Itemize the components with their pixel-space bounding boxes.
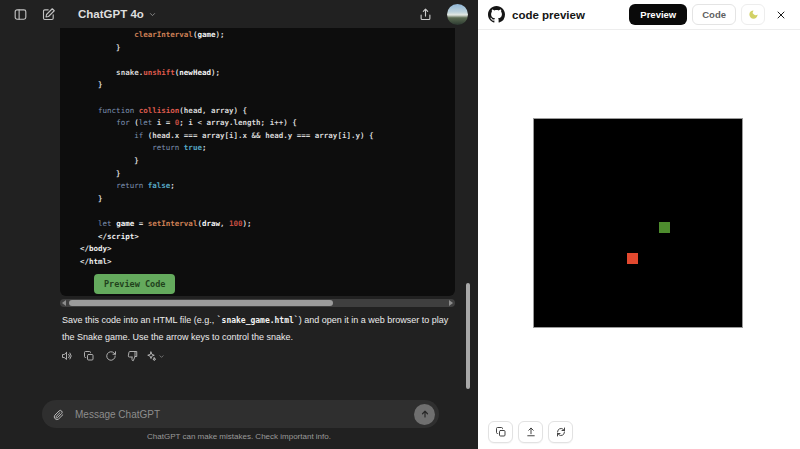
code-line: clearInterval(game); [80, 29, 455, 42]
code-horizontal-scrollbar[interactable] [60, 299, 455, 307]
copy-button[interactable] [80, 347, 98, 365]
code-line [80, 205, 455, 218]
copy-button[interactable] [488, 421, 513, 443]
thumbs-down-icon [127, 350, 139, 362]
preview-header: code preview Preview Code [478, 0, 800, 30]
code-line: } [80, 42, 455, 55]
model-selector[interactable]: ChatGPT 4o [72, 7, 163, 21]
code-line: return false; [80, 180, 455, 193]
tab-preview[interactable]: Preview [629, 4, 687, 25]
model-label: ChatGPT 4o [78, 8, 144, 20]
chat-vertical-scrollbar-thumb[interactable] [466, 283, 470, 389]
preview-code-button[interactable]: Preview Code [94, 274, 175, 294]
refresh-button[interactable] [548, 421, 573, 443]
thumbs-down-button[interactable] [124, 347, 142, 365]
sidebar-toggle-icon [13, 7, 28, 22]
code-line: } [80, 168, 455, 181]
code-lines: clearInterval(game); } snake.unshift(new… [80, 29, 455, 268]
code-line: } [80, 79, 455, 92]
read-aloud-icon [61, 350, 73, 362]
send-button[interactable] [414, 404, 435, 425]
attach-button[interactable] [52, 408, 65, 421]
read-aloud-button[interactable] [58, 347, 76, 365]
arrow-up-icon [419, 408, 431, 420]
preview-toolbar [488, 421, 573, 443]
message-actions [58, 347, 164, 365]
inline-code: `snake_game.html` [217, 316, 299, 325]
refresh-icon [555, 426, 567, 438]
copy-icon [495, 426, 507, 438]
close-icon [775, 9, 787, 21]
moon-icon [748, 9, 759, 20]
message-input[interactable] [73, 408, 414, 421]
scroll-left-arrow-icon[interactable] [62, 300, 66, 306]
code-line: if (head.x === array[i].x && head.y === … [80, 130, 455, 143]
sidebar-toggle-button[interactable] [10, 4, 30, 24]
tab-code[interactable]: Code [692, 4, 736, 25]
code-line: function collision(head, array) { [80, 105, 455, 118]
disclaimer-text: ChatGPT can make mistakes. Check importa… [0, 432, 478, 441]
share-icon [418, 7, 433, 22]
code-preview-panel: code preview Preview Code [478, 0, 800, 449]
theme-toggle-button[interactable] [741, 4, 765, 25]
regenerate-button[interactable] [102, 347, 120, 365]
close-button[interactable] [770, 4, 792, 26]
code-line: } [80, 155, 455, 168]
assistant-message-text: Save this code into an HTML file (e.g., … [62, 312, 456, 345]
snake-game-canvas[interactable] [533, 118, 743, 328]
code-line: return true; [80, 142, 455, 155]
code-line: for (let i = 0; i < array.length; i++) { [80, 117, 455, 130]
code-line: </html> [80, 256, 455, 269]
copy-icon [83, 350, 95, 362]
regenerate-icon [105, 350, 117, 362]
code-line: let game = setInterval(draw, 100); [80, 218, 455, 231]
scroll-right-arrow-icon[interactable] [449, 300, 453, 306]
chevron-down-icon [158, 353, 165, 360]
code-block: clearInterval(game); } snake.unshift(new… [60, 26, 455, 296]
code-line: snake.unshift(newHead); [80, 67, 455, 80]
switch-model-button[interactable] [146, 347, 164, 365]
food [627, 253, 638, 264]
snake-segment [659, 222, 670, 233]
chat-panel: ChatGPT 4o clearInterval(game); } snake.… [0, 0, 478, 449]
preview-panel-title: code preview [512, 9, 585, 21]
composer [42, 400, 439, 428]
chevron-down-icon [148, 10, 157, 19]
new-chat-button[interactable] [38, 4, 58, 24]
horizontal-scrollbar-thumb[interactable] [69, 300, 333, 306]
code-line: </script> [80, 231, 455, 244]
upload-button[interactable] [518, 421, 543, 443]
upload-icon [525, 426, 537, 438]
code-line: </body> [80, 243, 455, 256]
chat-header: ChatGPT 4o [0, 0, 478, 28]
avatar[interactable] [447, 4, 468, 25]
switch-model-icon [145, 350, 157, 362]
paperclip-icon [52, 408, 65, 421]
preview-header-actions: Preview Code [629, 4, 792, 26]
code-line [80, 54, 455, 67]
new-chat-icon [41, 7, 56, 22]
code-line [80, 92, 455, 105]
github-logo-icon [488, 6, 505, 23]
code-line: } [80, 193, 455, 206]
share-button[interactable] [415, 4, 435, 24]
